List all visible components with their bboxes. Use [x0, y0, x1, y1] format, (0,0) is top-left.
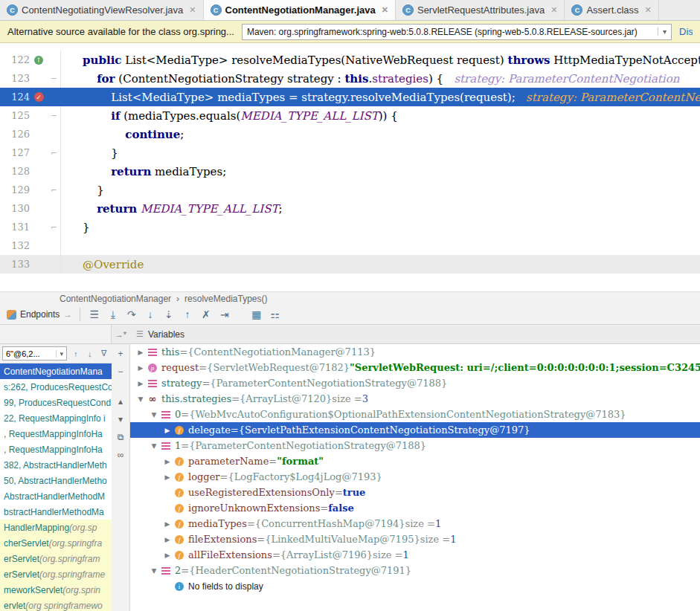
code-editor[interactable]: 122↑ public List<MediaType> resolveMedia… — [0, 43, 700, 291]
source-jar-select[interactable]: Maven: org.springframework:spring-web:5.… — [242, 24, 672, 40]
variable-row[interactable]: ▼0 = {WebMvcAutoConfiguration$OptionalPa… — [130, 407, 700, 422]
variable-row[interactable]: ▼∞this.strategies = {ArrayList@7120} siz… — [130, 391, 700, 407]
next-frame-icon[interactable]: ↓ — [84, 349, 95, 358]
variable-row[interactable]: ▶ffileExtensions = {LinkedMultiValueMap@… — [130, 531, 700, 547]
variable-row[interactable]: ▶fmediaTypes = {ConcurrentHashMap@7194} … — [130, 516, 700, 531]
show-watches-icon[interactable]: ∞ — [115, 449, 126, 460]
chevron-down-icon[interactable]: ▾ — [56, 350, 66, 358]
code-line[interactable]: 131⌐ } — [0, 218, 700, 236]
stack-frame-row[interactable]: 99, ProducesRequestCond — [0, 395, 112, 410]
tree-arrow-icon[interactable]: ▶ — [135, 364, 147, 372]
tree-arrow-icon[interactable]: ▼ — [148, 442, 160, 450]
stack-frame-row[interactable]: , RequestMappingInfoHa — [0, 426, 112, 442]
restore-layout-icon[interactable]: →* — [112, 330, 130, 339]
implements-icon[interactable]: ↑ — [34, 56, 43, 65]
stack-frame-row[interactable]: ervlet (org springframewo — [0, 598, 112, 611]
scroll-up-icon[interactable]: ▴ — [115, 395, 126, 407]
tab-close-icon[interactable]: ✕ — [645, 5, 652, 15]
tree-arrow-icon[interactable]: ▶ — [161, 520, 173, 528]
variable-row[interactable]: ▶fdelegate = {ServletPathExtensionConten… — [130, 422, 700, 438]
stack-frame-row[interactable]: s:262, ProducesRequestCo — [0, 379, 112, 395]
code-line[interactable]: 129⌐ } — [0, 181, 700, 199]
variable-row[interactable]: ▶fparameterName = "format" — [130, 453, 700, 469]
stack-frame-row[interactable]: 50, AbstractHandlerMetho — [0, 473, 112, 488]
variable-row[interactable]: iNo fields to display — [130, 578, 700, 594]
tree-arrow-icon[interactable]: ▶ — [161, 473, 173, 481]
fold-marker[interactable]: ⌐ — [48, 218, 61, 236]
code-line[interactable]: 124✓ List<MediaType> mediaTypes = strate… — [0, 88, 700, 106]
tree-arrow-icon[interactable]: ▶ — [135, 380, 147, 387]
code-line[interactable]: 123− for (ContentNegotiationStrategy str… — [0, 69, 700, 88]
tree-arrow-icon[interactable]: ▼ — [135, 395, 147, 403]
stack-frame-row[interactable]: meworkServlet (org.sprin — [0, 582, 112, 598]
fold-marker[interactable]: ⌐ — [48, 143, 61, 162]
previous-frame-icon[interactable]: ↑ — [70, 349, 81, 358]
drop-frame-icon[interactable]: ✗ — [196, 306, 215, 323]
code-line[interactable]: 126 continue; — [0, 125, 700, 143]
fold-marker[interactable]: − — [48, 106, 61, 125]
code-line[interactable]: 132 — [0, 236, 700, 255]
code-line[interactable]: 130 return MEDIA_TYPE_ALL_LIST; — [0, 199, 700, 218]
tree-arrow-icon[interactable]: ▼ — [148, 567, 160, 575]
editor-tab[interactable]: CContentNegotiationManager.java✕ — [204, 0, 396, 20]
stack-frame-row[interactable]: erServlet (org.springfram — [0, 551, 112, 566]
tree-arrow-icon[interactable]: ▶ — [161, 536, 173, 543]
fold-marker[interactable]: − — [48, 69, 61, 88]
stack-frame-row[interactable]: 382, AbstractHandlerMeth — [0, 457, 112, 473]
evaluate-expression-icon[interactable]: ▦ — [247, 306, 266, 323]
breakpoint-icon[interactable]: ✓ — [34, 92, 44, 102]
tree-arrow-icon[interactable]: ▶ — [135, 349, 147, 356]
variable-row[interactable]: ▶fallFileExtensions = {ArrayList@7196} s… — [130, 547, 700, 563]
chevron-down-icon[interactable]: ▾ — [658, 28, 671, 36]
step-out-icon[interactable]: ↑ — [178, 306, 196, 323]
variables-menu-icon[interactable]: ☰ — [136, 329, 144, 339]
variable-row[interactable]: ▶strategy = {ParameterContentNegotiation… — [130, 375, 700, 391]
menu-icon[interactable]: ☰ — [85, 306, 103, 323]
run-to-cursor-icon[interactable]: ⇥ — [215, 306, 234, 323]
show-execution-point-icon[interactable]: ⤓ — [103, 306, 122, 323]
tree-arrow-icon[interactable]: ▶ — [161, 552, 173, 559]
code-line[interactable]: 122↑ public List<MediaType> resolveMedia… — [0, 51, 700, 69]
step-into-icon[interactable]: ↓ — [141, 306, 159, 323]
force-step-into-icon[interactable]: ⇣ — [159, 306, 178, 323]
stack-frame-row[interactable]: , RequestMappingInfoHa — [0, 442, 112, 457]
variable-row[interactable]: ▼1 = {ParameterContentNegotiationStrateg… — [130, 438, 700, 453]
code-line[interactable]: 133 @Override — [0, 255, 700, 274]
remove-watch-icon[interactable]: − — [115, 366, 126, 377]
tree-arrow-icon[interactable]: ▶ — [161, 458, 173, 465]
editor-tab[interactable]: CAssert.class✕ — [565, 0, 658, 20]
stack-frame-row[interactable]: AbstractHandlerMethodM — [0, 488, 112, 504]
stack-frame-row[interactable]: 22, RequestMappingInfo i — [0, 410, 112, 426]
fold-marker[interactable]: ⌐ — [48, 181, 61, 199]
step-over-icon[interactable]: ↷ — [122, 306, 141, 323]
variable-row[interactable]: fuseRegisteredExtensionsOnly = true — [130, 485, 700, 500]
code-line[interactable]: 125− if (mediaTypes.equals(MEDIA_TYPE_AL… — [0, 106, 700, 125]
variable-row[interactable]: ▶prequest = {ServletWebRequest@7182} "Se… — [130, 360, 700, 375]
endpoints-tab[interactable]: Endpoints → — [3, 309, 75, 320]
disable-link[interactable]: Disable — [679, 26, 693, 37]
variable-row[interactable]: ▶this = {ContentNegotiationManager@7113} — [130, 344, 700, 360]
thread-select[interactable]: 6"@6,2... ▾ — [2, 346, 67, 361]
tab-variables[interactable]: ☰ Variables — [130, 329, 184, 340]
code-line[interactable]: 128 return mediaTypes; — [0, 162, 700, 181]
stack-frame-row[interactable]: cherServlet (org.springfra — [0, 535, 112, 551]
code-line[interactable]: 127⌐ } — [0, 143, 700, 162]
stack-frame-row[interactable]: HandlerMapping (org.sp — [0, 520, 112, 535]
breadcrumb-item-class[interactable]: ContentNegotiationManager — [60, 294, 171, 304]
stack-frame-row[interactable]: ContentNegotiationMana — [0, 363, 112, 379]
breadcrumb-item-method[interactable]: resolveMediaTypes() — [184, 294, 267, 304]
editor-tab[interactable]: CServletRequestAttributes.java✕ — [396, 0, 565, 20]
scroll-down-icon[interactable]: ▾ — [115, 413, 126, 424]
variable-row[interactable]: fignoreUnknownExtensions = false — [130, 500, 700, 516]
filter-icon[interactable]: ∇ — [98, 349, 109, 358]
tab-close-icon[interactable]: ✕ — [189, 5, 196, 15]
view-options-icon[interactable]: ⚏ — [266, 306, 284, 323]
stack-frame-row[interactable]: erServlet (org.springframe — [0, 566, 112, 582]
tree-arrow-icon[interactable]: ▼ — [148, 411, 160, 418]
editor-tab[interactable]: CContentNegotiatingViewResolver.java✕ — [0, 0, 204, 20]
stack-frame-row[interactable]: bstractHandlerMethodMa — [0, 504, 112, 520]
add-watch-icon[interactable]: + — [115, 348, 126, 359]
tree-arrow-icon[interactable]: ▶ — [161, 427, 173, 434]
variable-row[interactable]: ▶flogger = {LogFactory$Log4jLog@7193} — [130, 469, 700, 485]
variable-row[interactable]: ▼2 = {HeaderContentNegotiationStrategy@7… — [130, 563, 700, 578]
